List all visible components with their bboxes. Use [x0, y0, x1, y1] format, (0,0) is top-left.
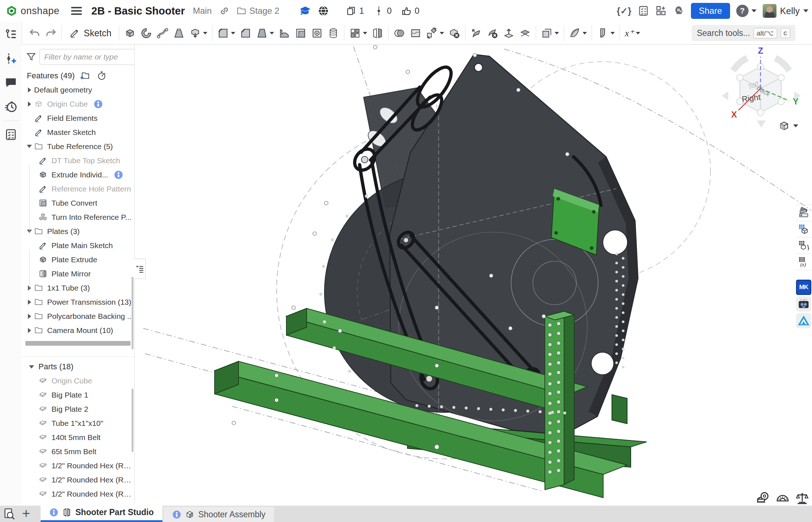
move-face-tool-button[interactable]	[468, 24, 484, 42]
tab-shooter-assembly[interactable]: Shooter Assembly	[163, 507, 274, 522]
edu-plan-icon[interactable]	[299, 5, 311, 17]
part-item[interactable]: 140t 5mm Belt	[22, 430, 134, 444]
add-folder-icon[interactable]	[80, 71, 90, 81]
robot-app-button[interactable]	[796, 296, 811, 312]
loft-tool-button[interactable]	[171, 24, 187, 42]
mirror-tool-button[interactable]	[369, 24, 386, 42]
variables-table-button[interactable]	[795, 254, 812, 270]
stat-likes[interactable]: 0	[401, 5, 419, 16]
part-item[interactable]: 1/2" Rounded Hex (RE...	[22, 473, 134, 487]
rail-history-button[interactable]	[4, 99, 18, 114]
pattern-tool-button[interactable]	[347, 24, 369, 42]
part-item[interactable]: 1/2" Rounded Hex (RE...	[22, 459, 134, 473]
feature-item[interactable]: Polycarbonate Backing ...	[22, 309, 134, 323]
feature-item[interactable]: Field Elements	[22, 111, 134, 125]
chevron-down-icon[interactable]	[25, 145, 34, 148]
features-scrollbar[interactable]	[132, 277, 133, 349]
part-item[interactable]: Tube 1"x1"x10"	[22, 416, 134, 430]
workspace-name[interactable]: Main	[193, 6, 212, 16]
rollback-bar[interactable]	[25, 341, 130, 346]
stat-branches[interactable]: 0	[373, 5, 392, 16]
part-item[interactable]: 1/2" Rounded Hex (RE...	[22, 487, 134, 501]
dropdown-caret-icon[interactable]	[636, 32, 640, 34]
rail-feature-list-button[interactable]	[4, 28, 18, 42]
feature-item[interactable]: Tube Convert	[22, 196, 134, 210]
cylinder-tool-button[interactable]	[325, 24, 341, 42]
share-button[interactable]: Share	[691, 3, 730, 19]
search-tools-button[interactable]: Search tools... alt/⌥ c	[692, 25, 795, 41]
dropdown-caret-icon[interactable]	[610, 32, 615, 34]
feature-item[interactable]: Master Sketch	[22, 125, 134, 139]
feature-item[interactable]: Power Transmission (13)	[22, 295, 134, 309]
folder-location[interactable]: Stage 2	[236, 6, 279, 16]
plane-tool-button[interactable]	[539, 24, 561, 42]
feature-item[interactable]: Extrude Individ...	[22, 168, 134, 182]
sheet-metal-tool-button[interactable]	[594, 24, 617, 42]
offset-surface-tool-button[interactable]	[501, 24, 517, 42]
hole-tool-button[interactable]	[309, 24, 325, 42]
boolean-tool-button[interactable]	[391, 24, 407, 42]
dropdown-caret-icon[interactable]	[231, 32, 235, 34]
feature-item[interactable]: 1x1 Tube (3)	[22, 281, 134, 295]
dropdown-caret-icon[interactable]	[363, 32, 367, 34]
undo-button[interactable]	[27, 24, 43, 42]
rib-tool-button[interactable]	[276, 24, 293, 42]
dropdown-caret-icon[interactable]	[583, 32, 587, 34]
part-item[interactable]: Origin Cube	[22, 374, 134, 388]
redo-button[interactable]	[43, 24, 59, 42]
extrude-tool-button[interactable]	[122, 24, 138, 42]
fillet-tool-button[interactable]	[215, 24, 237, 42]
onshape-logo[interactable]: onshape	[0, 5, 59, 17]
release-tasks-icon[interactable]	[638, 5, 649, 17]
feature-item[interactable]: Tube Reference (5)	[22, 139, 134, 153]
rail-tasks-button[interactable]	[4, 127, 18, 142]
protractor-icon[interactable]	[776, 491, 790, 505]
chevron-right-icon[interactable]	[25, 87, 34, 93]
link-icon[interactable]	[219, 5, 230, 16]
feature-item[interactable]: Turn Into Reference P...	[22, 210, 134, 224]
surface-tool-button[interactable]	[567, 24, 589, 42]
revolve-tool-button[interactable]	[138, 24, 154, 42]
rail-create-version-button[interactable]	[4, 52, 18, 66]
triangle-app-button[interactable]	[796, 313, 811, 328]
transform-tool-button[interactable]	[424, 24, 446, 42]
sweep-tool-button[interactable]	[154, 24, 171, 42]
document-title[interactable]: 2B - Basic Shooter	[91, 5, 185, 17]
part-item[interactable]: Big Plate 2	[22, 402, 134, 416]
view-options-button[interactable]	[778, 120, 798, 132]
split-tool-button[interactable]	[407, 24, 424, 42]
configured-features-button[interactable]	[795, 237, 812, 254]
view-cube[interactable]: Top Right Back Z X Y	[720, 46, 803, 131]
help-menu[interactable]: ?	[736, 5, 757, 17]
filter-input[interactable]	[40, 49, 134, 65]
feature-item[interactable]: Reference Hole Pattern	[22, 182, 134, 196]
ai-advisor-icon[interactable]	[673, 5, 685, 17]
variables-tool-button[interactable]: x⁺	[622, 24, 642, 42]
thicken-tool-button[interactable]	[187, 24, 210, 42]
flatten-tool-button[interactable]	[517, 24, 533, 42]
main-menu-button[interactable]	[71, 7, 82, 15]
delete-part-tool-button[interactable]	[446, 24, 463, 42]
dropdown-caret-icon[interactable]	[203, 32, 207, 34]
feature-item[interactable]: DT Tube Top Sketch	[22, 153, 134, 168]
public-globe-icon[interactable]	[318, 5, 329, 17]
parts-scrollbar[interactable]	[132, 389, 133, 452]
find-tab-button[interactable]	[0, 506, 18, 522]
feature-item[interactable]: Plate Mirror	[22, 267, 134, 281]
featurescript-icon[interactable]: {✓}	[617, 6, 631, 16]
rollback-timer-icon[interactable]	[97, 71, 107, 81]
mass-properties-icon[interactable]	[795, 491, 809, 505]
parts-header[interactable]: Parts (18)	[22, 357, 134, 374]
feature-item[interactable]: Plate Main Sketch	[22, 238, 134, 252]
feature-item[interactable]: Default geometry	[22, 83, 134, 97]
feature-item[interactable]: Plates (3)	[22, 224, 134, 238]
part-item[interactable]: 65t 5mm Belt	[22, 444, 134, 459]
app-store-icon[interactable]	[655, 5, 667, 17]
chevron-right-icon[interactable]	[25, 328, 34, 333]
delete-face-tool-button[interactable]	[484, 24, 501, 42]
panel-collapse-toggle[interactable]	[134, 259, 146, 279]
tab-shooter-part-studio[interactable]: Shooter Part Studio	[41, 504, 162, 522]
stat-copies[interactable]: 1	[346, 5, 364, 16]
part-item[interactable]: Big Plate 1	[22, 388, 134, 402]
dropdown-caret-icon[interactable]	[270, 32, 274, 34]
